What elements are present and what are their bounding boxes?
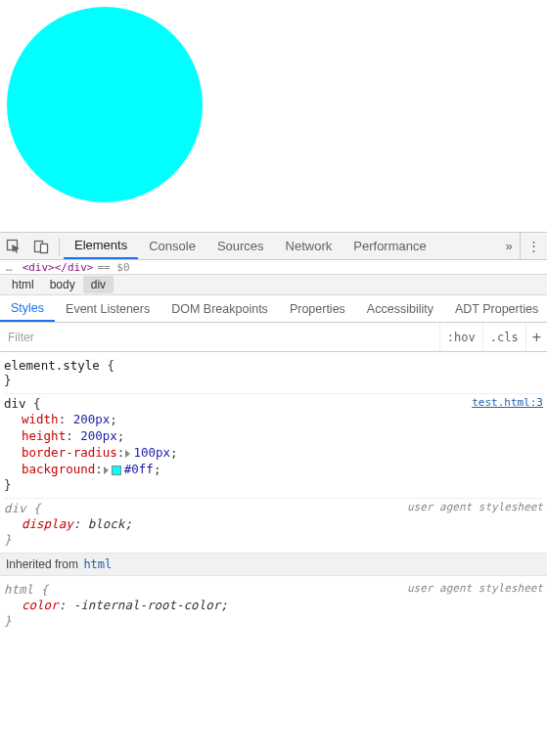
- tab-elements[interactable]: Elements: [64, 233, 138, 259]
- devtools-menu-button[interactable]: ⋮: [520, 233, 547, 259]
- brace-close: }: [4, 613, 543, 628]
- rule-selector: element.style: [4, 358, 100, 373]
- tab-accessibility[interactable]: Accessibility: [356, 295, 444, 322]
- rule-declarations: display: block;: [4, 515, 543, 532]
- brace-close: }: [4, 373, 543, 387]
- inspect-element-button[interactable]: [0, 233, 27, 260]
- declaration-width[interactable]: width: 200px;: [22, 411, 543, 427]
- tab-event-listeners[interactable]: Event Listeners: [55, 295, 160, 322]
- tab-properties[interactable]: Properties: [279, 295, 356, 322]
- element-breadcrumbs: html body div: [0, 274, 547, 295]
- brace-close: }: [4, 532, 543, 547]
- rule-element-style[interactable]: element.style { }: [4, 356, 543, 394]
- tab-performance[interactable]: Performance: [342, 233, 436, 259]
- property-name: display: [22, 516, 73, 531]
- brace-open: {: [41, 582, 49, 597]
- property-value: 200px: [80, 428, 117, 443]
- rule-selector: div: [4, 396, 26, 411]
- rule-selector: html: [4, 582, 33, 597]
- brace-close: }: [4, 477, 543, 492]
- brace-open: {: [107, 358, 114, 373]
- brace-open: {: [33, 396, 41, 411]
- expand-shorthand-icon[interactable]: [104, 467, 109, 474]
- device-icon: [33, 239, 49, 254]
- styles-pane: element.style { } test.html:3 div { widt…: [0, 352, 547, 553]
- declaration-border-radius[interactable]: border-radius:100px;: [22, 444, 543, 461]
- styles-filter-row: :hov .cls +: [0, 323, 547, 352]
- tab-console[interactable]: Console: [138, 233, 206, 259]
- declaration-height[interactable]: height: 200px;: [22, 427, 543, 444]
- declaration-background[interactable]: background:#0ff;: [22, 461, 543, 477]
- inherited-from-bar: Inherited from html: [0, 553, 547, 576]
- ellipsis-icon: …: [6, 262, 13, 274]
- preview-circle: [7, 7, 203, 202]
- breadcrumb-div[interactable]: div: [83, 276, 114, 293]
- sidebar-tabs: Styles Event Listeners DOM Breakpoints P…: [0, 295, 547, 323]
- rule-declarations: color: -internal-root-color;: [4, 597, 543, 613]
- tab-styles[interactable]: Styles: [0, 295, 55, 322]
- styles-filter-input[interactable]: [0, 323, 439, 351]
- devtools-toolbar: Elements Console Sources Network Perform…: [0, 233, 547, 260]
- toggle-cls-button[interactable]: .cls: [482, 323, 525, 351]
- declaration-display: display: block;: [22, 515, 543, 532]
- property-name: width: [22, 412, 59, 426]
- expand-shorthand-icon[interactable]: [125, 450, 130, 458]
- breadcrumb-body[interactable]: body: [42, 276, 83, 293]
- rule-origin-label: user agent stylesheet: [407, 582, 543, 595]
- more-tabs-button[interactable]: »: [498, 239, 520, 253]
- styles-pane-inherited: user agent stylesheet html { color: -int…: [0, 576, 547, 634]
- new-style-rule-button[interactable]: +: [525, 323, 547, 351]
- main-panel-tabs: Elements Console Sources Network Perform…: [64, 233, 498, 259]
- property-value: block: [88, 516, 125, 531]
- rule-selector: div: [4, 501, 26, 515]
- declaration-color: color: -internal-root-color;: [22, 597, 543, 613]
- svg-rect-2: [41, 244, 48, 252]
- rule-declarations: width: 200px; height: 200px; border-radi…: [4, 411, 543, 477]
- color-swatch[interactable]: [112, 466, 121, 475]
- dom-tree-row[interactable]: … <div></div> == $0: [0, 260, 547, 274]
- property-value: 200px: [73, 412, 111, 426]
- tab-network[interactable]: Network: [275, 233, 343, 259]
- rule-div-user-agent: user agent stylesheet div { display: blo…: [4, 499, 543, 553]
- breadcrumb-html[interactable]: html: [4, 276, 42, 293]
- inherited-label: Inherited from: [6, 557, 78, 571]
- rendered-page-preview: [0, 0, 547, 232]
- property-value: #0ff: [124, 462, 154, 476]
- rule-div-author[interactable]: test.html:3 div { width: 200px; height: …: [4, 394, 543, 499]
- tab-dom-breakpoints[interactable]: DOM Breakpoints: [160, 295, 279, 322]
- rule-origin-link[interactable]: test.html:3: [472, 396, 543, 409]
- cursor-box-icon: [6, 239, 22, 254]
- tab-sources[interactable]: Sources: [206, 233, 275, 259]
- property-value: 100px: [133, 445, 170, 460]
- dom-node-close: </div>: [55, 262, 94, 274]
- toolbar-separator: [59, 238, 60, 255]
- property-name: color: [22, 598, 59, 612]
- tab-adt-properties[interactable]: ADT Properties: [444, 295, 547, 322]
- property-name: height: [22, 428, 66, 443]
- property-value: -internal-root-color: [73, 598, 221, 612]
- rule-html-user-agent: user agent stylesheet html { color: -int…: [4, 580, 543, 634]
- devtools-panel: Elements Console Sources Network Perform…: [0, 232, 547, 756]
- dom-node-open: <div>: [23, 262, 55, 274]
- toggle-device-toolbar-button[interactable]: [27, 233, 55, 260]
- property-name: background: [22, 462, 95, 476]
- toggle-hov-button[interactable]: :hov: [439, 323, 482, 351]
- inherited-from-link[interactable]: html: [83, 557, 112, 571]
- rule-origin-label: user agent stylesheet: [407, 501, 543, 513]
- property-name: border-radius: [22, 445, 117, 460]
- console-ref-label: == $0: [98, 262, 130, 274]
- brace-open: {: [33, 501, 41, 515]
